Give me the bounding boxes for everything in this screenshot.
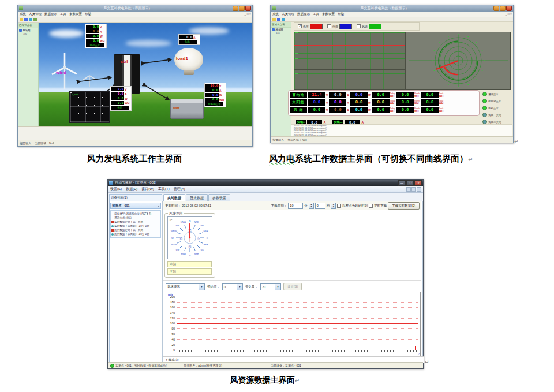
svg-text:ENE: ENE — [204, 230, 209, 233]
tab-history[interactable]: 历史数据 — [186, 194, 208, 202]
wh-unit-label: Today:WH — [390, 93, 395, 96]
unit-label: A — [347, 94, 349, 97]
legend-label: 风速 — [362, 25, 368, 28]
seconds-spinner[interactable]: ▲▼ — [331, 203, 336, 209]
minutes-input[interactable]: 10 — [288, 203, 303, 209]
tab-realtime[interactable]: 实时数据 — [163, 194, 185, 202]
device-item[interactable]: 监测点 - 001 × — [110, 203, 161, 209]
legend-checkbox[interactable] — [357, 24, 361, 28]
open-icon[interactable] — [20, 18, 23, 21]
tree-node-child[interactable]: 100 — [271, 32, 291, 35]
x-axis-ticks — [177, 350, 418, 352]
open-icon[interactable] — [272, 18, 276, 21]
menu-item[interactable]: 人员管理 — [282, 12, 294, 16]
battery-label: batt — [173, 106, 179, 110]
chevron-down-icon: ▼ — [199, 284, 204, 290]
legend-checkbox[interactable] — [327, 24, 331, 28]
init-value-select[interactable]: 0 ▼ — [222, 283, 243, 290]
menu-item[interactable]: 数据(D) — [126, 186, 137, 192]
mdi-buttons[interactable] — [406, 187, 421, 192]
menu-item[interactable]: 人员管理 — [29, 12, 42, 16]
menu-item[interactable]: 工具 — [60, 12, 66, 16]
menu-item[interactable]: 设置(S) — [110, 186, 122, 192]
maximize-button[interactable] — [239, 6, 245, 11]
wh-unit: WH — [439, 103, 444, 104]
close-button[interactable] — [245, 6, 251, 11]
mdi-buttons[interactable]: _ □ × — [506, 12, 512, 16]
light-label: 负载二关闭 — [488, 121, 501, 124]
polar-graphic — [406, 32, 510, 89]
device-info-line: 设备类型: 风速风向仪 (ACF8-4) — [111, 212, 160, 216]
light-label: 风机正常 — [488, 107, 499, 110]
waveform-select[interactable]: 风速波形 ▼ — [166, 283, 205, 290]
window-weather-station: 自动气象站 - [监测点 - 001] — ❐ ✕ 设置(S)数据(D)窗口(W… — [107, 179, 424, 369]
monitor-icon[interactable] — [277, 18, 280, 21]
gridline — [177, 328, 418, 329]
monitor-icon[interactable] — [24, 18, 28, 21]
led-row: 0.0W — [111, 96, 130, 100]
titlebar[interactable]: 风光互补发电系统（数据显示） — [271, 5, 513, 12]
menu-item[interactable]: 帮助 — [338, 12, 344, 16]
y-tick-label: 200 — [167, 295, 175, 298]
device-list-panel: 设备列表(1) 监测点 - 001 × 设备类型: 风速风向仪 (ACF8-4)… — [109, 194, 162, 363]
set-button[interactable]: 设置(S) — [283, 283, 302, 290]
timed-download-checkbox[interactable] — [369, 204, 373, 208]
menu-item[interactable]: 参数设置 — [69, 12, 82, 16]
close-button[interactable] — [506, 6, 512, 11]
titlebar[interactable]: 自动气象站 - [监测点 - 001] — ❐ ✕ — [108, 180, 423, 186]
minimize-button[interactable] — [233, 6, 238, 11]
menu-item[interactable]: 工具(T) — [158, 186, 170, 192]
led-value: 0.0 — [86, 34, 99, 38]
unit-label: A — [361, 121, 364, 124]
gridline — [177, 307, 418, 308]
mdi-buttons[interactable]: _ □ × — [245, 12, 252, 16]
minimize-button[interactable] — [493, 6, 499, 11]
svg-text:西: 西 — [180, 236, 183, 240]
svg-text:E: E — [207, 237, 208, 240]
minutes-spinner[interactable]: ▲▼ — [309, 203, 314, 209]
svg-text:NNW: NNW — [181, 221, 186, 223]
menu-item[interactable]: 数据显示 — [44, 12, 57, 16]
close-button[interactable]: ✕ — [414, 180, 422, 186]
download-realtime-button[interactable]: 下载实时数据(D) — [388, 202, 420, 210]
delta-value-select[interactable]: 20 ▼ — [260, 283, 281, 290]
led-value: 0.0 — [111, 92, 124, 96]
menu-item[interactable]: 管理(A) — [174, 186, 185, 192]
settings-icon[interactable] — [33, 18, 37, 21]
hour-align-checkbox[interactable] — [337, 204, 341, 208]
menu-item[interactable]: 数据显示 — [297, 12, 310, 16]
tree-node-lan[interactable]: 局域网 — [18, 28, 38, 32]
tab-params[interactable]: 参数设置 — [208, 194, 230, 202]
menu-item[interactable]: 帮助 — [85, 12, 91, 16]
data-icon[interactable] — [29, 18, 32, 21]
divider — [163, 280, 421, 281]
y-tick-label: 140 — [167, 311, 175, 315]
device-info-line: 实时数据定时下载 - 关闭 — [111, 220, 160, 224]
info-text: 历史数据下载周期： 30分 0秒 — [114, 232, 149, 236]
data-icon[interactable] — [282, 18, 285, 21]
wh-unit-label: Today:WH — [390, 100, 395, 104]
measurement-value: 0.0 — [372, 92, 390, 98]
seconds-input[interactable]: 0 — [315, 203, 325, 209]
item-close-icon[interactable]: × — [158, 204, 159, 208]
minimize-button[interactable]: — — [398, 180, 406, 186]
tree-node-child[interactable]: 100 — [18, 32, 38, 35]
tree-node-lan[interactable]: 局域网 — [271, 28, 291, 32]
titlebar[interactable]: 风光互补发电系统（界面显示） — [18, 5, 252, 12]
restore-button[interactable]: ❐ — [406, 180, 414, 186]
legend-checkbox[interactable]: ✓ — [298, 24, 302, 28]
menu-item[interactable]: 系统 — [272, 12, 279, 16]
menu-item[interactable]: 系统 — [20, 12, 26, 16]
svg-text:SSW: SSW — [181, 252, 186, 255]
menu-item[interactable]: 工具 — [313, 12, 319, 16]
curve-chart-upper — [294, 32, 406, 70]
legend-item: 电流 — [327, 24, 352, 29]
menu-item[interactable]: 参数设置 — [322, 12, 335, 16]
maximize-button[interactable] — [500, 6, 506, 11]
region-tree-panel: 区域节点表 局域网 100 — [271, 22, 291, 137]
arrow-wind-to-ctrl — [80, 77, 111, 81]
paragraph-mark: ↵ — [425, 359, 429, 365]
measurement-value: 0.0 — [308, 99, 325, 106]
gridline — [177, 339, 418, 340]
menu-item[interactable]: 窗口(W) — [141, 186, 154, 192]
